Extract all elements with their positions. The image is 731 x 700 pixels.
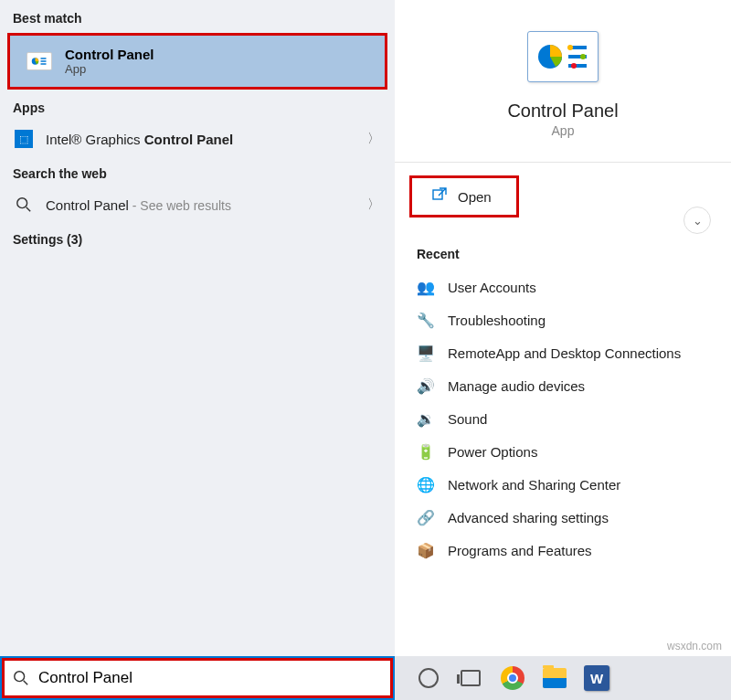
svg-line-5: [26, 207, 31, 212]
file-explorer-icon[interactable]: [537, 661, 572, 695]
programs-icon: 📦: [417, 541, 435, 559]
wrench-icon: 🔧: [417, 311, 435, 329]
search-results-panel: Best match Control Panel App Apps ⬚ Inte…: [0, 0, 395, 656]
recent-item[interactable]: 📦Programs and Features: [395, 534, 731, 567]
open-label: Open: [458, 189, 492, 205]
taskbar-search-box[interactable]: [0, 656, 395, 700]
open-action[interactable]: Open: [409, 175, 519, 217]
detail-panel: Control Panel App Open ⌄ Recent 👥User Ac…: [395, 0, 731, 656]
detail-subtitle: App: [552, 123, 575, 138]
users-icon: 👥: [417, 278, 435, 296]
svg-point-12: [571, 63, 577, 69]
battery-icon: 🔋: [417, 442, 435, 461]
recent-item[interactable]: 🔋Power Options: [395, 435, 731, 468]
best-match-title: Control Panel: [65, 47, 154, 62]
control-panel-icon: [26, 52, 52, 70]
intel-icon: ⬚: [15, 130, 33, 148]
search-input[interactable]: [38, 669, 382, 687]
svg-point-10: [567, 45, 573, 50]
settings-header[interactable]: Settings (3): [0, 221, 395, 254]
detail-title: Control Panel: [507, 101, 618, 122]
recent-item[interactable]: 🔊Manage audio devices: [395, 369, 731, 402]
taskbar: W: [0, 656, 731, 700]
svg-line-15: [24, 681, 28, 685]
remote-icon: 🖥️: [417, 344, 435, 362]
search-icon: [15, 196, 33, 214]
svg-point-4: [17, 198, 27, 208]
recent-item[interactable]: 🔧Troubleshooting: [395, 303, 731, 336]
best-match-subtitle: App: [65, 62, 154, 76]
web-result[interactable]: Control Panel - See web results 〉: [0, 188, 395, 221]
recent-list: 👥User Accounts 🔧Troubleshooting 🖥️Remote…: [395, 270, 731, 567]
speaker-icon: 🔊: [417, 377, 435, 395]
watermark: wsxdn.com: [667, 640, 722, 652]
search-icon: [13, 670, 29, 686]
recent-item[interactable]: 🌐Network and Sharing Center: [395, 468, 731, 501]
cortana-icon[interactable]: [411, 661, 446, 695]
chrome-icon[interactable]: [495, 661, 530, 695]
best-match-header: Best match: [0, 0, 395, 33]
sound-icon: 🔉: [417, 409, 435, 428]
recent-item[interactable]: 👥User Accounts: [395, 270, 731, 303]
network-icon: 🌐: [417, 475, 435, 493]
svg-rect-13: [433, 190, 442, 199]
svg-point-11: [580, 54, 586, 59]
recent-item[interactable]: 🔗Advanced sharing settings: [395, 501, 731, 534]
control-panel-icon-large: [527, 31, 599, 82]
recent-item[interactable]: 🖥️RemoteApp and Desktop Connections: [395, 336, 731, 369]
svg-rect-3: [41, 63, 47, 65]
apps-header: Apps: [0, 90, 395, 122]
expand-button[interactable]: ⌄: [683, 207, 711, 234]
svg-point-14: [15, 672, 25, 682]
svg-rect-2: [41, 60, 47, 62]
word-icon[interactable]: W: [579, 661, 614, 695]
chevron-right-icon[interactable]: 〉: [367, 196, 380, 213]
open-icon: [432, 187, 447, 206]
svg-rect-1: [41, 58, 47, 59]
recent-item[interactable]: 🔉Sound: [395, 402, 731, 435]
sharing-icon: 🔗: [417, 508, 435, 526]
best-match-result[interactable]: Control Panel App: [7, 33, 387, 90]
web-header: Search the web: [0, 155, 395, 188]
web-label: Control Panel - See web results: [46, 197, 231, 213]
recent-header: Recent: [395, 230, 731, 270]
task-view-icon[interactable]: [453, 661, 488, 695]
app-label: Intel® Graphics Control Panel: [46, 132, 233, 147]
app-result-intel[interactable]: ⬚ Intel® Graphics Control Panel 〉: [0, 122, 395, 155]
chevron-right-icon[interactable]: 〉: [367, 131, 380, 147]
